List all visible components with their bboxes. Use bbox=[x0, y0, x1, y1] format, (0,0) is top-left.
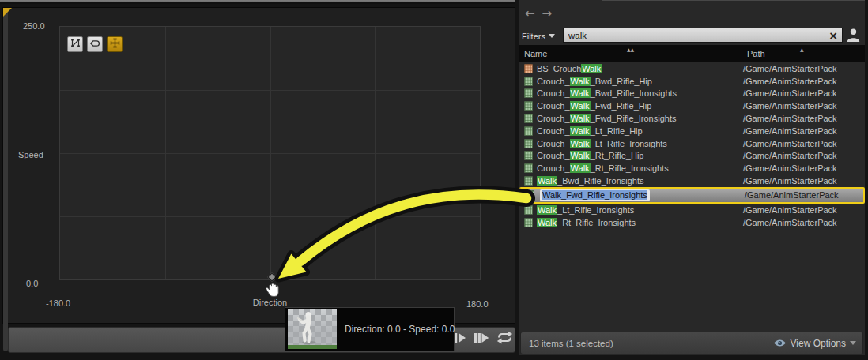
asset-name: Crouch_Walk_Fwd_Rifle_Ironsights bbox=[537, 114, 676, 123]
rename-edit-field[interactable]: Walk_Fwd_Rifle_Ironsights bbox=[540, 189, 650, 201]
chevron-down-icon bbox=[850, 341, 856, 345]
label-tag-icon bbox=[89, 37, 100, 51]
anim-asset-icon bbox=[524, 205, 533, 215]
table-row[interactable]: Crouch_Walk_Lt_Rifle_Hip/Game/AnimStarte… bbox=[519, 125, 865, 137]
asset-name: Walk_Rt_Rifle_Ironsights bbox=[537, 218, 636, 227]
x-axis-max-label: 180.0 bbox=[466, 299, 489, 309]
table-row[interactable]: Walk_Fwd_Rifle_Ironsights/Game/AnimStart… bbox=[519, 187, 865, 204]
items-count-text: 13 items (1 selected) bbox=[529, 339, 613, 348]
search-match-highlight: Walk bbox=[537, 218, 557, 227]
labels-toggle-button[interactable] bbox=[87, 36, 103, 52]
asset-table-body: BS_CrouchWalk/Game/AnimStarterPackCrouch… bbox=[519, 62, 865, 229]
table-row[interactable]: Walk_Rt_Rifle_Ironsights/Game/AnimStarte… bbox=[519, 216, 865, 229]
fast-forward-button[interactable] bbox=[474, 332, 490, 344]
y-axis-min-label: 0.0 bbox=[26, 279, 38, 288]
asset-name: Crouch_Walk_Rt_Rifle_Ironsights bbox=[537, 163, 669, 173]
gridline-horizontal bbox=[60, 216, 480, 217]
y-axis-max-label: 250.0 bbox=[23, 21, 45, 31]
clear-search-icon[interactable]: × bbox=[825, 30, 842, 41]
column-header-name[interactable]: Name bbox=[524, 49, 547, 58]
search-match-highlight: Walk bbox=[570, 88, 591, 98]
anim-asset-icon bbox=[524, 139, 533, 148]
search-match-highlight: Walk bbox=[570, 114, 591, 123]
anim-asset-icon bbox=[524, 77, 533, 86]
asset-name: Crouch_Walk_Bwd_Rifle_Hip bbox=[537, 77, 652, 86]
column-header-path[interactable]: Path bbox=[747, 49, 765, 58]
x-axis-title: Direction bbox=[59, 298, 481, 307]
table-row[interactable]: Crouch_Walk_Fwd_Rifle_Hip/Game/AnimStart… bbox=[519, 99, 865, 112]
filters-dropdown-button[interactable]: Filters bbox=[522, 28, 555, 43]
move-preview-toggle-button[interactable] bbox=[107, 36, 123, 52]
asset-path: /Game/AnimStarterPack bbox=[743, 218, 837, 227]
triangulation-toggle-button[interactable] bbox=[67, 36, 83, 52]
content-browser-status-bar: 13 items (1 selected) View Options bbox=[520, 332, 863, 354]
preview-tooltip: Direction: 0.0 - Speed: 0.0 bbox=[285, 307, 455, 351]
asset-name: Crouch_Walk_Bwd_Rifle_Ironsights bbox=[537, 88, 677, 98]
search-input[interactable] bbox=[564, 31, 825, 40]
anim-asset-icon bbox=[524, 114, 533, 123]
asset-path: /Game/AnimStarterPack bbox=[743, 77, 837, 86]
panel-left-scrollbar[interactable] bbox=[3, 9, 8, 351]
asset-name: BS_CrouchWalk bbox=[537, 64, 602, 73]
forward-arrow-button[interactable]: → bbox=[542, 6, 553, 21]
triangulation-icon bbox=[70, 37, 81, 51]
filters-label: Filters bbox=[522, 32, 545, 41]
view-options-button[interactable]: View Options bbox=[773, 338, 856, 349]
person-icon[interactable] bbox=[845, 27, 862, 47]
table-row[interactable]: Crouch_Walk_Fwd_Rifle_Ironsights/Game/An… bbox=[519, 112, 865, 125]
search-match-highlight: Walk bbox=[570, 77, 591, 86]
asset-path: /Game/AnimStarterPack bbox=[745, 190, 839, 200]
back-arrow-button[interactable]: ← bbox=[525, 6, 535, 21]
asset-name: Walk_Lt_Rifle_Ironsights bbox=[537, 205, 634, 215]
y-axis-title: Speed bbox=[18, 150, 43, 159]
search-match-highlight: Walk bbox=[537, 205, 557, 215]
asset-name: Walk_Bwd_Rifle_Ironsights bbox=[537, 176, 644, 186]
table-row[interactable]: Walk_Bwd_Rifle_Ironsights/Game/AnimStart… bbox=[519, 174, 865, 187]
move-crosshair-icon bbox=[110, 37, 120, 51]
tooltip-coordinates-text: Direction: 0.0 - Speed: 0.0 bbox=[345, 324, 455, 335]
table-row[interactable]: Walk_Lt_Rifle_Ironsights/Game/AnimStarte… bbox=[519, 204, 865, 216]
table-row[interactable]: Crouch_Walk_Rt_Rifle_Hip/Game/AnimStarte… bbox=[519, 150, 865, 163]
asset-path: /Game/AnimStarterPack bbox=[743, 126, 837, 136]
asset-name: Walk_Fwd_Rifle_Ironsights bbox=[542, 190, 647, 200]
anim-asset-icon bbox=[524, 176, 533, 186]
search-match-highlight: Walk bbox=[570, 101, 591, 111]
search-match-highlight: Walk bbox=[581, 64, 602, 73]
panel-corner-marker bbox=[3, 8, 12, 17]
anim-asset-icon bbox=[524, 151, 533, 160]
search-match-highlight: Walk bbox=[570, 139, 591, 148]
loop-toggle-button[interactable] bbox=[496, 331, 513, 344]
anim-asset-icon bbox=[524, 163, 533, 173]
blendspace-toolbar bbox=[67, 36, 123, 52]
asset-table-header: Name Path bbox=[519, 45, 865, 62]
name-sort-icon: ▲▲ bbox=[627, 47, 634, 52]
search-match-highlight: Walk bbox=[570, 151, 591, 160]
search-match-highlight: Walk bbox=[570, 163, 591, 173]
asset-path: /Game/AnimStarterPack bbox=[743, 163, 837, 173]
blendspace-grid-canvas[interactable] bbox=[59, 26, 481, 280]
table-row[interactable]: Crouch_Walk_Bwd_Rifle_Hip/Game/AnimStart… bbox=[519, 75, 865, 88]
anim-asset-icon bbox=[524, 218, 533, 227]
character-preview-thumbnail bbox=[288, 309, 337, 349]
asset-name: Crouch_Walk_Fwd_Rifle_Hip bbox=[537, 101, 651, 111]
asset-path: /Game/AnimStarterPack bbox=[743, 205, 837, 215]
table-row[interactable]: Crouch_Walk_Rt_Rifle_Ironsights/Game/Ani… bbox=[519, 162, 865, 174]
table-row[interactable]: Crouch_Walk_Lt_Rifle_Ironsights/Game/Ani… bbox=[519, 137, 865, 150]
playback-controls bbox=[454, 331, 513, 344]
eye-icon bbox=[773, 339, 787, 347]
table-row[interactable]: Crouch_Walk_Bwd_Rifle_Ironsights/Game/An… bbox=[519, 88, 865, 100]
asset-path: /Game/AnimStarterPack bbox=[743, 101, 837, 111]
asset-path: /Game/AnimStarterPack bbox=[743, 88, 837, 98]
asset-path: /Game/AnimStarterPack bbox=[743, 176, 837, 186]
table-row[interactable]: BS_CrouchWalk/Game/AnimStarterPack bbox=[519, 62, 865, 75]
content-browser-top-edge bbox=[602, 0, 865, 1]
gridline-horizontal bbox=[60, 153, 480, 154]
gridline-horizontal bbox=[60, 90, 480, 91]
anim-asset-icon bbox=[524, 126, 533, 136]
blendspace-asset-icon bbox=[524, 64, 533, 73]
step-forward-button[interactable] bbox=[454, 332, 467, 344]
asset-search-box: × bbox=[563, 28, 843, 43]
unreal-editor-workspace: 250.0 Speed 0.0 -180.0 Direction 180.0 bbox=[0, 0, 868, 360]
asset-path: /Game/AnimStarterPack bbox=[743, 64, 837, 73]
path-sort-icon: ▲ bbox=[800, 47, 804, 52]
